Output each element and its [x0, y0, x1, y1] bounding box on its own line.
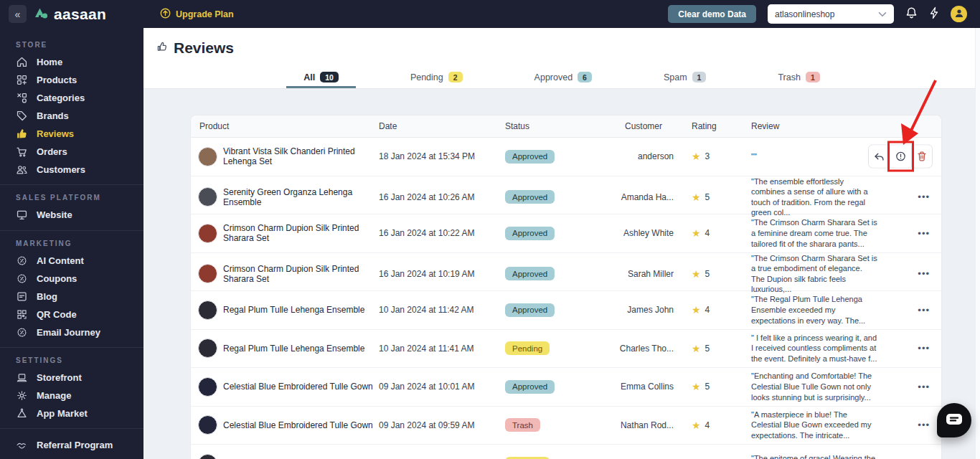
- table-row: Regal Plum Tulle Lehenga Ensemble 10 Jan…: [191, 291, 941, 330]
- star-icon: ★: [692, 151, 701, 162]
- status-badge: Approved: [505, 227, 555, 240]
- review-date: 16 Jan 2024 at 10:26 AM: [379, 192, 505, 202]
- shop-selector-dropdown[interactable]: atlasonlineshop: [768, 4, 894, 24]
- lightning-bolt-icon: [929, 6, 939, 22]
- quick-actions-button[interactable]: [929, 6, 939, 22]
- row-menu-button[interactable]: •••: [918, 382, 930, 392]
- row-menu-button[interactable]: •••: [918, 305, 930, 316]
- cart-icon: [16, 146, 28, 158]
- sidebar-item-ai-content[interactable]: AI Content: [0, 252, 143, 270]
- sidebar-item-label: Referral Program: [37, 440, 113, 450]
- sidebar-item-label: Customers: [37, 164, 85, 175]
- sidebar-item-categories[interactable]: Categories: [0, 89, 143, 107]
- sidebar-item-blog[interactable]: Blog: [0, 288, 143, 306]
- table-header: Product Date Status Customer Rating Revi…: [191, 115, 941, 138]
- sidebar-item-referral-program[interactable]: Referral Program: [0, 430, 143, 459]
- star-icon: ★: [692, 381, 701, 392]
- brand-logo[interactable]: aasaan: [35, 6, 106, 23]
- status-badge: Approved: [505, 380, 555, 394]
- reviews-table-card: Product Date Status Customer Rating Revi…: [190, 115, 942, 459]
- sidebar-item-label: Email Journey: [37, 327, 100, 338]
- column-header-customer: Customer: [616, 121, 674, 131]
- rating-value: 5: [705, 382, 710, 392]
- thumbs-up-icon: [16, 128, 28, 140]
- tab-label: All: [303, 72, 315, 82]
- mark-spam-button[interactable]: [890, 146, 911, 168]
- review-text: "The Crimson Charm Sharara Set is a femi…: [717, 217, 882, 249]
- row-menu-button[interactable]: •••: [918, 268, 930, 279]
- sidebar-item-label: Blog: [37, 291, 57, 302]
- table-row: Regal Plum Tulle Lehenga Ensemble 09 Jan…: [191, 445, 941, 459]
- tab-approved[interactable]: Approved 6: [517, 68, 609, 88]
- sidebar-item-qr-code[interactable]: QR Code: [0, 306, 143, 323]
- sidebar-item-coupons[interactable]: Coupons: [0, 270, 143, 288]
- sidebar-collapse-button[interactable]: «: [9, 5, 27, 23]
- document-icon: [16, 290, 28, 303]
- sidebar-item-label: Home: [37, 57, 62, 67]
- tab-trash[interactable]: Trash 1: [760, 68, 837, 88]
- column-header-review: Review: [717, 121, 882, 131]
- customer-name: Sarah Miller: [616, 269, 674, 279]
- product-avatar: [198, 415, 217, 435]
- sidebar-divider: [0, 230, 143, 231]
- review-text: "": [717, 151, 882, 162]
- product-name: Celestial Blue Embroidered Tulle Gown: [223, 382, 373, 392]
- row-menu-button[interactable]: •••: [918, 343, 930, 354]
- row-menu-button[interactable]: •••: [918, 191, 930, 202]
- sidebar-item-reviews[interactable]: Reviews: [0, 125, 143, 143]
- tab-all[interactable]: All 10: [286, 68, 356, 88]
- tab-label: Pending: [410, 72, 443, 82]
- status-badge: Trash: [505, 418, 540, 432]
- tab-count-badge: 1: [692, 72, 707, 82]
- bell-icon: [905, 6, 918, 22]
- badge-icon: [16, 255, 28, 267]
- sidebar-item-home[interactable]: Home: [0, 53, 143, 71]
- column-header-product: Product: [191, 121, 379, 131]
- table-row: Crimson Charm Dupion Silk Printed Sharar…: [191, 214, 941, 253]
- tab-count-badge: 2: [448, 72, 463, 82]
- scrollbar[interactable]: [975, 28, 980, 459]
- star-icon: ★: [692, 304, 701, 316]
- upgrade-plan-button[interactable]: Upgrade Plan: [160, 8, 234, 21]
- product-name: Celestial Blue Embroidered Tulle Gown: [223, 420, 373, 430]
- chat-launcher-button[interactable]: [937, 403, 971, 437]
- row-menu-button[interactable]: •••: [918, 420, 930, 430]
- user-avatar-button[interactable]: [951, 6, 967, 22]
- sidebar-item-customers[interactable]: Customers: [0, 161, 143, 179]
- shop-selector-value: atlasonlineshop: [775, 9, 834, 19]
- sidebar-item-website[interactable]: Website: [0, 206, 143, 224]
- tab-spam[interactable]: Spam 1: [646, 68, 724, 88]
- status-badge: Approved: [505, 150, 555, 164]
- rating-value: 4: [705, 228, 710, 238]
- sidebar-item-email-journey[interactable]: Email Journey: [0, 323, 143, 341]
- rating-value: 4: [705, 305, 710, 315]
- product-name: Vibrant Vista Silk Chanderi Printed Lehe…: [223, 146, 379, 166]
- review-text: "The Crimson Charm Sharara Set is a true…: [717, 253, 882, 295]
- tab-label: Spam: [664, 72, 687, 82]
- categories-icon: [16, 92, 28, 104]
- sidebar-item-label: Products: [37, 75, 77, 85]
- row-menu-button[interactable]: •••: [918, 228, 930, 239]
- sidebar-item-manage[interactable]: Manage: [0, 387, 143, 404]
- notifications-button[interactable]: [905, 6, 918, 22]
- sidebar-item-orders[interactable]: Orders: [0, 143, 143, 161]
- status-badge: Pending: [505, 341, 550, 355]
- sidebar-divider: [0, 428, 143, 429]
- tab-pending[interactable]: Pending 2: [393, 68, 480, 88]
- status-badge: Approved: [505, 190, 555, 204]
- sidebar-item-brands[interactable]: Brands: [0, 107, 143, 125]
- sidebar-item-label: Coupons: [37, 273, 77, 284]
- tag-icon: [16, 110, 28, 122]
- sidebar-item-products[interactable]: Products: [0, 71, 143, 89]
- handshake-icon: [16, 439, 28, 451]
- reply-button[interactable]: [869, 146, 890, 168]
- product-avatar: [198, 377, 217, 397]
- chevron-down-icon: [878, 9, 887, 19]
- table-row: Serenity Green Organza Lehenga Ensemble …: [191, 176, 941, 215]
- sidebar-item-storefront[interactable]: Storefront: [0, 369, 143, 387]
- sidebar-item-label: Reviews: [37, 128, 74, 139]
- section-label-sales-platform: SALES PLATFORM: [0, 186, 143, 206]
- delete-button[interactable]: [911, 146, 932, 168]
- sidebar-item-app-market[interactable]: App Market: [0, 404, 143, 422]
- clear-demo-data-button[interactable]: Clear demo Data: [668, 5, 756, 23]
